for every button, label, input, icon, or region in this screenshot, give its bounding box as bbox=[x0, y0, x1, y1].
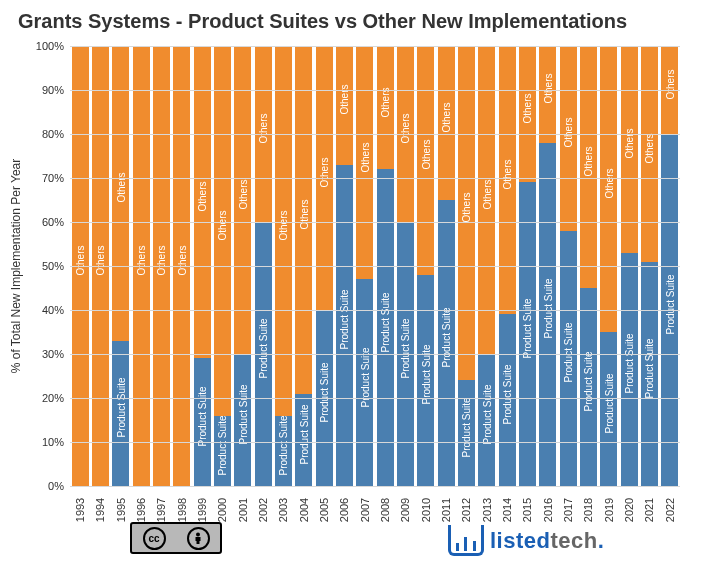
bar-label-product-suite: Product Suite bbox=[197, 387, 208, 447]
bar-label-product-suite: Product Suite bbox=[583, 351, 594, 411]
x-tick: 2016 bbox=[542, 498, 554, 522]
x-tick: 2017 bbox=[562, 498, 574, 522]
x-tick: 2010 bbox=[420, 498, 432, 522]
x-tick: 2021 bbox=[643, 498, 655, 522]
x-tick: 2000 bbox=[216, 498, 228, 522]
x-tick: 2012 bbox=[460, 498, 472, 522]
bar-label-product-suite: Product Suite bbox=[278, 415, 289, 475]
x-tick: 2007 bbox=[359, 498, 371, 522]
chart-title: Grants Systems - Product Suites vs Other… bbox=[18, 10, 627, 33]
x-tick: 2009 bbox=[399, 498, 411, 522]
x-tick: 1995 bbox=[115, 498, 127, 522]
x-tick: 2008 bbox=[379, 498, 391, 522]
x-tick: 2003 bbox=[277, 498, 289, 522]
bar-label-others: Others bbox=[563, 118, 574, 148]
bar-label-others: Others bbox=[481, 179, 492, 209]
bar-label-others: Others bbox=[156, 245, 167, 275]
bar-label-product-suite: Product Suite bbox=[644, 338, 655, 398]
y-axis-label: % of Total New Implementation Per Year bbox=[9, 159, 23, 374]
gridline bbox=[70, 178, 680, 179]
bar-label-product-suite: Product Suite bbox=[502, 365, 513, 425]
bar-label-others: Others bbox=[278, 210, 289, 240]
x-tick: 2022 bbox=[664, 498, 676, 522]
brand-icon bbox=[448, 525, 484, 556]
bar-label-others: Others bbox=[75, 245, 86, 275]
footer: cc listedtech. bbox=[0, 524, 704, 556]
bar-label-others: Others bbox=[298, 199, 309, 229]
bar-label-product-suite: Product Suite bbox=[603, 373, 614, 433]
bar-label-product-suite: Product Suite bbox=[298, 404, 309, 464]
gridline bbox=[70, 354, 680, 355]
chart-container: Grants Systems - Product Suites vs Other… bbox=[0, 0, 704, 562]
y-tick: 10% bbox=[30, 436, 64, 448]
bar-label-others: Others bbox=[441, 102, 452, 132]
bar-label-others: Others bbox=[400, 113, 411, 143]
bar-label-others: Others bbox=[197, 182, 208, 212]
bar-label-product-suite: Product Suite bbox=[522, 299, 533, 359]
cc-icon: cc bbox=[143, 527, 166, 550]
bar-label-others: Others bbox=[583, 146, 594, 176]
by-icon bbox=[187, 527, 210, 550]
gridline bbox=[70, 310, 680, 311]
plot-area: Others1993Others1994Product SuiteOthers1… bbox=[70, 46, 680, 486]
bar-label-product-suite: Product Suite bbox=[542, 279, 553, 339]
gridline bbox=[70, 46, 680, 47]
bar-label-others: Others bbox=[359, 142, 370, 172]
bar-label-others: Others bbox=[258, 113, 269, 143]
bar-label-product-suite: Product Suite bbox=[217, 415, 228, 475]
x-tick: 2014 bbox=[501, 498, 513, 522]
bar-label-others: Others bbox=[542, 74, 553, 104]
bar-label-others: Others bbox=[319, 157, 330, 187]
bar-label-product-suite: Product Suite bbox=[258, 318, 269, 378]
x-tick: 1996 bbox=[135, 498, 147, 522]
x-tick: 1993 bbox=[74, 498, 86, 522]
y-tick: 0% bbox=[30, 480, 64, 492]
y-tick: 30% bbox=[30, 348, 64, 360]
y-tick: 20% bbox=[30, 392, 64, 404]
gridline bbox=[70, 266, 680, 267]
bar-label-others: Others bbox=[380, 87, 391, 117]
bar-label-product-suite: Product Suite bbox=[400, 318, 411, 378]
bar-label-others: Others bbox=[644, 133, 655, 163]
x-tick: 2018 bbox=[582, 498, 594, 522]
x-tick: 1998 bbox=[176, 498, 188, 522]
bar-label-product-suite: Product Suite bbox=[664, 274, 675, 334]
brand-text: listedtech. bbox=[490, 528, 604, 554]
x-tick: 1994 bbox=[94, 498, 106, 522]
bar-label-others: Others bbox=[522, 94, 533, 124]
x-tick: 2019 bbox=[603, 498, 615, 522]
svg-point-0 bbox=[196, 533, 200, 537]
bar-label-product-suite: Product Suite bbox=[461, 398, 472, 458]
x-tick: 2011 bbox=[440, 498, 452, 522]
bar-label-others: Others bbox=[461, 193, 472, 223]
x-tick: 2004 bbox=[298, 498, 310, 522]
gridline bbox=[70, 486, 680, 487]
y-tick: 70% bbox=[30, 172, 64, 184]
gridline bbox=[70, 134, 680, 135]
y-tick: 90% bbox=[30, 84, 64, 96]
gridline bbox=[70, 222, 680, 223]
bar-label-product-suite: Product Suite bbox=[481, 384, 492, 444]
y-tick: 50% bbox=[30, 260, 64, 272]
bar-label-product-suite: Product Suite bbox=[115, 378, 126, 438]
bar-label-product-suite: Product Suite bbox=[237, 384, 248, 444]
bar-label-product-suite: Product Suite bbox=[380, 292, 391, 352]
x-tick: 1999 bbox=[196, 498, 208, 522]
x-tick: 2006 bbox=[338, 498, 350, 522]
bar-label-product-suite: Product Suite bbox=[441, 307, 452, 367]
bar-label-product-suite: Product Suite bbox=[339, 290, 350, 350]
bar-label-product-suite: Product Suite bbox=[319, 362, 330, 422]
x-tick: 2020 bbox=[623, 498, 635, 522]
bar-label-others: Others bbox=[217, 210, 228, 240]
gridline bbox=[70, 442, 680, 443]
y-tick: 60% bbox=[30, 216, 64, 228]
gridline bbox=[70, 398, 680, 399]
y-tick: 100% bbox=[30, 40, 64, 52]
bar-label-others: Others bbox=[603, 168, 614, 198]
x-tick: 2001 bbox=[237, 498, 249, 522]
bar-label-others: Others bbox=[420, 140, 431, 170]
bar-label-others: Others bbox=[95, 245, 106, 275]
bar-label-product-suite: Product Suite bbox=[563, 323, 574, 383]
x-tick: 2013 bbox=[481, 498, 493, 522]
bar-label-others: Others bbox=[176, 245, 187, 275]
